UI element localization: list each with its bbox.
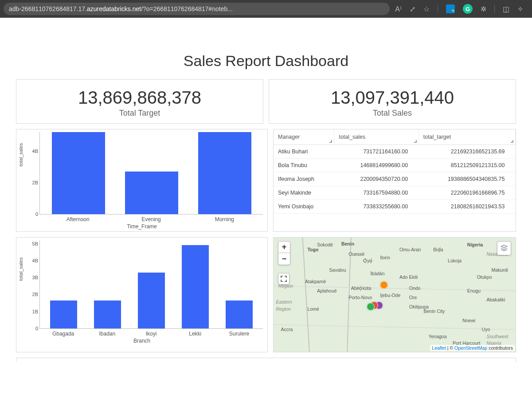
map-label: Togo [307,247,318,252]
x-tick: Evening [114,216,188,222]
column-header[interactable]: total_target [419,129,515,145]
row-chart-map: total_sales 01B2B3B4B5B GbagadaIbadanIko… [16,237,516,352]
fullscreen-button[interactable] [278,273,289,285]
x-axis-label: Time_Frame [21,223,263,230]
map-label: Atakpamé [305,279,326,284]
table-row[interactable]: Seyi Makinde733167594880.002220601961668… [274,186,516,200]
resize-handle-icon[interactable] [414,140,417,143]
dashboard-page: Sales Report Dashboard 13,869,868,378 To… [0,18,532,362]
table-cell: Yemi Osinbajo [274,200,334,214]
map-label: Benin [341,241,354,246]
chart-timeframe: total_sales 02B4B AfternoonEveningMornin… [16,129,268,232]
bar[interactable] [138,273,165,328]
page-title: Sales Report Dashboard [16,52,516,70]
map-label: Sokodé [317,242,333,247]
table-cell: 222060196166896.75 [419,186,515,200]
y-tick: 0 [23,326,38,331]
zoom-out-button[interactable]: − [278,253,290,265]
map-label: Ilorin [380,255,390,260]
y-tick: 0 [23,211,38,217]
y-tick: 2B [23,180,38,185]
map-label: Lomé [307,306,319,312]
layers-button[interactable] [497,241,511,255]
map-label: Ọ̀yọ́ [363,258,372,263]
x-tick: Morning [188,216,261,222]
row-chart-table: total_sales 02B4B AfternoonEveningMornin… [16,129,516,232]
zoom-in-button[interactable]: + [278,242,290,253]
map-label: Ouessè [348,251,364,257]
table-row[interactable]: Ifeoma Joseph2200094350720.0019388865043… [274,172,516,186]
map-label: Southwest [486,334,508,339]
x-axis-label: Branch [21,338,263,344]
map-label: Accra [281,327,293,332]
y-tick: 2B [23,292,38,297]
table-cell: Seyi Makinde [274,186,334,200]
chart-plot-area[interactable]: 02B4B [39,132,263,215]
map-label: Savalou [329,267,346,273]
zoom-out-icon[interactable]: ⤢ [410,5,415,13]
map-label: Otukpo [477,274,492,280]
url-domain: azuredatabricks.net [87,5,141,12]
osm-link[interactable]: OpenStreetMap [454,345,487,351]
map-label: Nigeria [467,242,483,247]
table-cell: 731721164160.00 [334,145,419,159]
table-row[interactable]: Bola Tinubu1468814999680.008512125091213… [274,159,516,172]
column-header[interactable]: total_sales [334,129,419,145]
manager-table: Managertotal_salestotal_target Atiku Buh… [273,129,516,232]
kpi-label: Total Target [21,109,258,118]
x-tick: Ikoyi [129,331,173,337]
toolbar-separator [438,5,438,13]
x-tick: Afternoon [41,216,114,222]
bar[interactable] [94,301,121,328]
table-cell: 2200094350720.00 [334,172,419,186]
y-tick: 4B [23,148,38,154]
bar[interactable] [182,245,209,328]
table-row[interactable]: Yemi Osinbajo733833255680.00218082616021… [274,200,516,214]
map-label: Biḍa [433,247,443,252]
map-label: Abakaliki [486,297,505,302]
table-cell: 221692316652135.69 [419,145,515,159]
resize-handle-icon[interactable] [511,140,513,143]
map-label: Nnewi [462,318,475,323]
leaflet-link[interactable]: Leaflet [432,345,446,351]
map-zoom-control: + − [278,241,290,265]
table-cell: Atiku Buhari [274,145,334,159]
bar[interactable] [125,172,178,214]
collections-icon[interactable]: ✧ [517,5,523,13]
map-label: Makurdi [491,267,508,273]
map-attribution: Leaflet | © OpenStreetMap contributors [430,345,515,351]
x-tick: Surulere [217,331,261,337]
map-label: Yenagoa [428,334,446,339]
bar[interactable] [226,301,253,328]
download-manager-icon[interactable] [446,4,455,13]
table-cell: Ifeoma Joseph [274,172,334,186]
grammarly-icon[interactable]: G [463,4,473,14]
map-label: Lokoja [448,258,462,263]
bar[interactable] [198,132,251,214]
map-label: Region [276,306,290,312]
sales-map[interactable]: Togo Sokodé Savalou Atakpamé Aplahoué Po… [273,237,516,352]
read-aloud-icon[interactable]: A⁾ [395,5,402,13]
map-label: Eastern [276,299,292,304]
table-cell: 733833255680.00 [334,200,419,214]
resize-handle-icon[interactable] [329,140,332,143]
address-bar[interactable]: adb-2668110762684817.17.azuredatabricks.… [4,3,390,15]
split-screen-icon[interactable]: ◫ [503,5,509,13]
extensions-icon[interactable]: ✲ [481,5,486,13]
map-label: Ore [409,295,417,300]
map-label: Ondo [409,285,421,291]
bar[interactable] [52,132,105,214]
x-tick: Lekki [173,331,217,337]
bar[interactable] [50,301,77,328]
kpi-total-sales: 13,097,391,440 Total Sales [269,79,516,124]
y-tick: 1B [23,309,38,314]
y-tick: 4B [23,258,38,263]
chart-branch: total_sales 01B2B3B4B5B GbagadaIbadanIko… [16,237,268,352]
chart-plot-area[interactable]: 01B2B3B4B5B [39,240,263,329]
map-label: Ijebu-Ode [380,293,400,298]
favorite-icon[interactable]: ☆ [423,5,430,13]
kpi-total-target: 13,869,868,378 Total Target [16,79,263,124]
table-row[interactable]: Atiku Buhari731721164160.002216923166521… [274,145,516,159]
column-header[interactable]: Manager [274,129,334,145]
kpi-row: 13,869,868,378 Total Target 13,097,391,4… [16,79,516,124]
